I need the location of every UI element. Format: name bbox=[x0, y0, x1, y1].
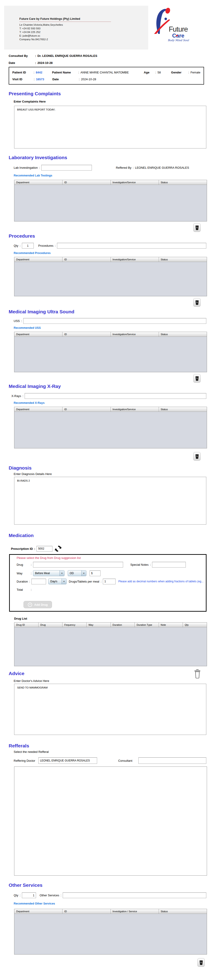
procedures-table: Department ID Investigation/Service Stat… bbox=[14, 257, 207, 296]
drug-label: Drug bbox=[17, 563, 29, 566]
logo: Future Care ❤ Body Mind Soul bbox=[148, 6, 201, 49]
lab-delete-button[interactable]: ↻ bbox=[193, 223, 201, 232]
prescription-id-label: Prescription ID bbox=[11, 547, 33, 550]
add-drug-button[interactable]: + Add Drug bbox=[24, 601, 52, 608]
svg-text:↻: ↻ bbox=[196, 226, 198, 229]
consultant-input[interactable] bbox=[138, 757, 206, 764]
col-id: ID bbox=[63, 332, 111, 337]
drug-list-label: Drug List bbox=[14, 617, 212, 620]
col-status: Status bbox=[159, 407, 207, 412]
col-investigation: Investigation/Service bbox=[111, 257, 159, 262]
patient-row-2: Visit ID : 16573 Date : 2024-10-28 bbox=[12, 76, 201, 82]
date-label: Date bbox=[9, 61, 34, 65]
col-department: Department bbox=[14, 180, 63, 185]
company-name: Future Care by Future Holdings (Pty) Lim… bbox=[19, 17, 111, 22]
col-investigation: Investigation/Service bbox=[111, 180, 159, 185]
presenting-complaints-title: Presenting Complaints bbox=[9, 91, 212, 96]
company-block: Future Care by Future Holdings (Pty) Lim… bbox=[19, 17, 111, 41]
col-qty: Qty bbox=[183, 622, 207, 627]
col-way: Way bbox=[87, 622, 111, 627]
duration-type-dropdown[interactable]: Day/s ▼ bbox=[48, 578, 67, 584]
other-services-field-row: Qty : Other Services : bbox=[14, 892, 212, 898]
gender-value: Female bbox=[191, 71, 201, 74]
diagnosis-title: Diagnosis bbox=[9, 465, 212, 471]
age-value: 58 bbox=[157, 71, 171, 74]
company-number: Company No.8417652-2 bbox=[19, 38, 111, 41]
col-drug-id: Drug ID bbox=[14, 622, 39, 627]
xray-input[interactable] bbox=[25, 393, 206, 399]
drug-input[interactable] bbox=[33, 562, 123, 568]
meal-dropdown[interactable]: Before Meal ▼ bbox=[33, 570, 64, 576]
procedures-delete-button[interactable]: ↻ bbox=[193, 298, 201, 307]
col-status: Status bbox=[159, 332, 207, 337]
duration-input[interactable] bbox=[32, 579, 46, 584]
col-id: ID bbox=[63, 257, 111, 262]
trash-icon: ↻ bbox=[195, 225, 199, 230]
xray-trash-row: ↻ bbox=[0, 452, 201, 461]
recommended-uss-link[interactable]: Recommended USS bbox=[14, 326, 41, 330]
consultant-label: Consultant bbox=[118, 759, 132, 762]
col-department: Department bbox=[14, 407, 63, 412]
complaints-textarea[interactable]: BREAST USS REPORT TODAY; bbox=[14, 106, 206, 148]
advice-delete-button[interactable] bbox=[194, 669, 201, 679]
recommended-procedures-link[interactable]: Recommended Procedures bbox=[14, 251, 51, 255]
duration-label: Duration bbox=[17, 580, 28, 583]
way-qty-input[interactable] bbox=[90, 571, 101, 576]
medication-title: Medication bbox=[9, 533, 212, 538]
lab-investigation-input[interactable] bbox=[41, 165, 92, 170]
consultation-page: Future Care by Future Holdings (Pty) Lim… bbox=[0, 6, 212, 980]
referred-by-value: LEONEL ENRIQUE GUERRA ROSALES bbox=[135, 166, 189, 169]
recommended-lab-link[interactable]: Recommended Lab Testings bbox=[14, 174, 52, 178]
chevron-down-icon: ▼ bbox=[81, 571, 86, 576]
col-investigation: Investigation/Service bbox=[111, 332, 159, 337]
advice-label: Enter Doctor's Advice Here bbox=[14, 679, 212, 683]
special-notes-input[interactable] bbox=[152, 562, 186, 568]
frequency-dropdown[interactable]: OD ▼ bbox=[68, 570, 87, 576]
diagnosis-textarea[interactable]: BI-RADS 2 bbox=[14, 477, 206, 525]
xray-title: Medical Imaging X-Ray bbox=[9, 383, 212, 389]
lab-table-body bbox=[14, 185, 207, 221]
recommended-other-link[interactable]: Recommended Other Services bbox=[14, 902, 55, 906]
company-phone2: T: +24 84 225 252 bbox=[19, 30, 111, 34]
advice-textarea[interactable]: SEND TO MAMMOGRAM bbox=[14, 684, 206, 735]
patient-info-box: Patient ID : 8442 Patient Name : ANNE MA… bbox=[9, 67, 204, 84]
logo-word-care: Care ❤ bbox=[160, 33, 196, 38]
prescription-id-input[interactable] bbox=[37, 546, 53, 552]
logo-text: Future Care ❤ Body Mind Soul bbox=[160, 26, 196, 41]
svg-text:↻: ↻ bbox=[200, 961, 202, 964]
drug-list-table: Drug ID Drug Fequency Way Duration Durat… bbox=[14, 622, 207, 666]
per-meal-input[interactable] bbox=[103, 579, 116, 584]
refresh-icon bbox=[54, 545, 62, 552]
uss-table-header: Department ID Investigation/Service Stat… bbox=[14, 332, 207, 337]
company-phone1: T: +24 82 593 593 bbox=[19, 27, 111, 30]
col-frequency: Fequency bbox=[63, 622, 87, 627]
lab-table-header: Department ID Investigation/Service Stat… bbox=[14, 180, 207, 185]
other-trash-row: ↻ bbox=[0, 958, 205, 967]
xray-delete-button[interactable]: ↻ bbox=[193, 452, 201, 461]
per-meal-label: Drugs/Tablets per meal bbox=[69, 580, 100, 583]
trash-icon: ↻ bbox=[195, 454, 199, 459]
consulted-by-line: Consulted By : Dr. LEONEL ENRIQUE GUERRA… bbox=[9, 54, 212, 57]
recommended-xray-link[interactable]: Recommended X-Rays bbox=[14, 401, 45, 405]
uss-delete-button[interactable]: ↻ bbox=[193, 374, 201, 383]
procedures-input[interactable] bbox=[57, 243, 206, 248]
trash-icon: ↻ bbox=[195, 376, 199, 381]
uss-trash-row: ↻ bbox=[0, 374, 201, 383]
trash-icon: ↻ bbox=[195, 300, 199, 305]
procedures-qty-input[interactable] bbox=[22, 243, 34, 248]
uss-input[interactable] bbox=[23, 318, 206, 324]
other-services-input[interactable] bbox=[63, 892, 206, 898]
gender-label: Gender bbox=[171, 71, 187, 74]
col-department: Department bbox=[14, 257, 63, 262]
xray-table-header: Department ID Investigation/Service Stat… bbox=[14, 407, 207, 412]
xray-table-body bbox=[14, 412, 207, 448]
uss-title: Medical Imaging Ultra Sound bbox=[9, 309, 212, 315]
diagnosis-label: Enter Diagnosis Details Here bbox=[14, 472, 212, 476]
refresh-prescription-button[interactable] bbox=[54, 545, 62, 552]
procedures-table-body bbox=[14, 262, 207, 296]
other-qty-input[interactable] bbox=[22, 892, 36, 898]
lab-field-row: Lab Investingation : Reffered By : LEONE… bbox=[14, 165, 212, 170]
col-duration-type: Duration Type bbox=[135, 622, 159, 627]
reffering-doctor-input[interactable] bbox=[38, 757, 97, 764]
other-delete-button[interactable]: ↻ bbox=[198, 958, 205, 967]
